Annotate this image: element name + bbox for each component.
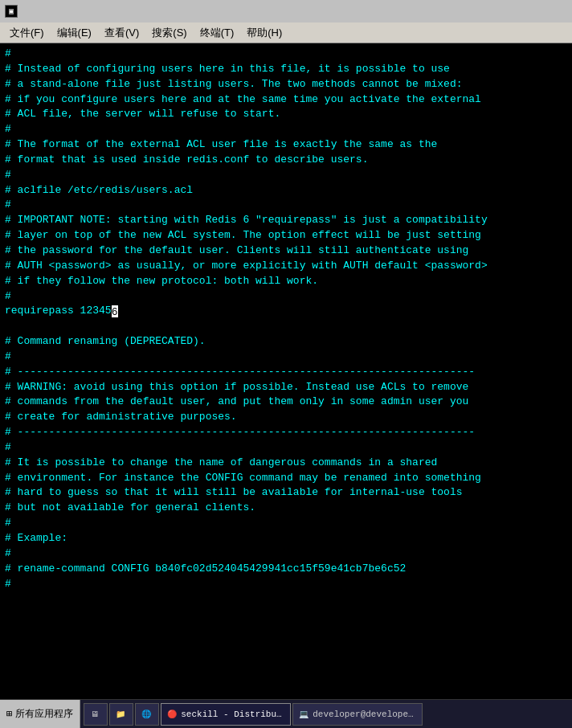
taskbar-app-0[interactable]: 🖥	[84, 703, 108, 726]
terminal-line: #	[5, 198, 567, 213]
terminal-line: # The format of the external ACL user fi…	[5, 137, 567, 153]
terminal-line: #	[5, 577, 567, 592]
title-bar: ▣	[0, 0, 572, 22]
menu-file[interactable]: 文件(F)	[3, 24, 51, 42]
terminal-line: #	[5, 546, 567, 562]
terminal-line: #	[5, 122, 567, 137]
terminal-line: # but not available for general clients.	[5, 501, 567, 516]
taskbar-app-label-4: developer@developer: ~/...	[313, 710, 417, 719]
terminal-line: #	[5, 47, 567, 62]
terminal-line: # if they follow the new protocol: both …	[5, 274, 567, 289]
taskbar-app-icon-1: 📁	[115, 709, 126, 720]
menu-help[interactable]: 帮助(H)	[240, 24, 288, 42]
terminal-line: #	[5, 350, 567, 365]
taskbar-app-label-3: seckill - DistributedLock.j...	[181, 710, 285, 719]
terminal-line: # if you configure users here and at the…	[5, 92, 567, 108]
taskbar-app-icon-3: 🔴	[166, 709, 178, 720]
menu-edit[interactable]: 编辑(E)	[51, 24, 98, 42]
menu-view[interactable]: 查看(V)	[98, 24, 145, 42]
taskbar: ⊞ 所有应用程序 🖥📁🌐🔴seckill - DistributedLock.j…	[0, 699, 572, 728]
terminal-line: # --------------------------------------…	[5, 425, 567, 440]
terminal-line: # Instead of configuring users here in t…	[5, 62, 567, 77]
taskbar-app-icon-2: 🌐	[141, 709, 152, 720]
terminal-content[interactable]: ## Instead of configuring users here in …	[0, 43, 572, 699]
menu-terminal[interactable]: 终端(T)	[194, 24, 241, 42]
terminal-line: # commands from the default user, and pu…	[5, 395, 567, 410]
taskbar-start-label: 所有应用程序	[15, 707, 73, 721]
terminal-line: # WARNING: avoid using this option if po…	[5, 380, 567, 395]
terminal-line: # hard to guess so that it will still be…	[5, 485, 567, 501]
terminal-line: #	[5, 516, 567, 531]
taskbar-app-2[interactable]: 🌐	[135, 703, 159, 726]
taskbar-start-button[interactable]: ⊞ 所有应用程序	[0, 700, 80, 728]
terminal-line: # Command renaming (DEPRECATED).	[5, 334, 567, 350]
taskbar-app-icon-0: 🖥	[89, 709, 100, 720]
terminal-line: # AUTH <password> as usually, or more ex…	[5, 259, 567, 274]
terminal-line: # ACL file, the server will refuse to st…	[5, 107, 567, 122]
menu-bar: 文件(F) 编辑(E) 查看(V) 搜索(S) 终端(T) 帮助(H)	[0, 22, 572, 43]
terminal-line: # IMPORTANT NOTE: starting with Redis 6 …	[5, 213, 567, 228]
terminal-line: #	[5, 440, 567, 456]
terminal-line: #	[5, 168, 567, 183]
taskbar-app-4[interactable]: 💻developer@developer: ~/...	[292, 703, 423, 726]
terminal-line: requirepass 123456	[5, 304, 567, 319]
taskbar-start-icon: ⊞	[6, 708, 12, 720]
terminal-line: # Example:	[5, 531, 567, 546]
terminal-line: # aclfile /etc/redis/users.acl	[5, 183, 567, 198]
taskbar-app-icon-4: 💻	[298, 709, 309, 720]
terminal-line: # create for administrative purposes.	[5, 410, 567, 425]
terminal-line: # environment. For instance the CONFIG c…	[5, 471, 567, 486]
taskbar-apps: 🖥📁🌐🔴seckill - DistributedLock.j...💻devel…	[80, 700, 426, 728]
terminal-lines: ## Instead of configuring users here in …	[5, 47, 567, 591]
terminal-line: # layer on top of the new ACL system. Th…	[5, 228, 567, 243]
terminal-line: # rename-command CONFIG b840fc02d5240454…	[5, 562, 567, 577]
terminal-line: # the password for the default user. Cli…	[5, 243, 567, 259]
menu-search[interactable]: 搜索(S)	[145, 24, 193, 42]
terminal-line: #	[5, 289, 567, 305]
taskbar-app-3[interactable]: 🔴seckill - DistributedLock.j...	[161, 703, 291, 726]
terminal-line: # --------------------------------------…	[5, 365, 567, 380]
terminal-line: # format that is used inside redis.conf …	[5, 153, 567, 168]
terminal-line: # a stand-alone file just listing users.…	[5, 77, 567, 92]
terminal-line	[5, 319, 567, 334]
taskbar-app-1[interactable]: 📁	[109, 703, 133, 726]
terminal-line: # It is possible to change the name of d…	[5, 456, 567, 471]
window-icon: ▣	[5, 5, 18, 18]
